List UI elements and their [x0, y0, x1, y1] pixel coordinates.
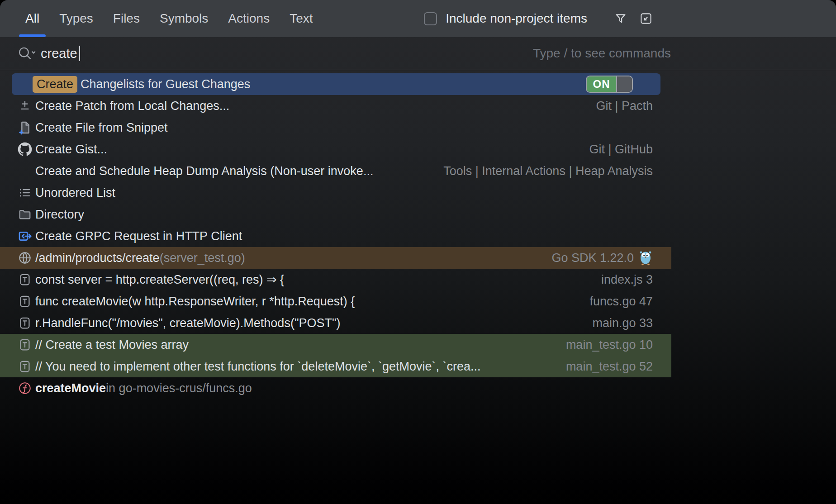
result-text: const server = http.createServer((req, r…: [35, 272, 284, 287]
text-icon: [17, 315, 33, 331]
include-non-project-label: Include non-project items: [446, 11, 587, 26]
toggle-knob: [616, 76, 632, 92]
text-caret: [79, 46, 80, 61]
grpc-icon: [17, 228, 33, 244]
result-location-text: main.go 33: [592, 316, 653, 330]
result-location: main.go 33: [592, 316, 653, 330]
result-text: Create and Schedule Heap Dump Analysis (…: [35, 164, 373, 178]
text-icon: [17, 272, 33, 287]
folder-icon: [17, 207, 33, 222]
file-plus-icon: [17, 120, 33, 135]
result-location: Go SDK 1.22.0: [551, 250, 653, 266]
tab-actions[interactable]: Actions: [228, 0, 270, 37]
search-icon: [17, 46, 36, 61]
globe-icon: [17, 250, 33, 266]
search-query: create: [41, 46, 77, 61]
header-controls: Include non-project items: [424, 11, 836, 26]
result-row[interactable]: Create Patch from Local Changes...Git | …: [0, 95, 671, 117]
result-row[interactable]: // Create a test Movies arraymain_test.g…: [0, 334, 671, 356]
toggle-on-label: ON: [587, 76, 616, 92]
tab-files[interactable]: Files: [113, 0, 140, 37]
result-row[interactable]: Create File from Snippet: [0, 117, 671, 138]
result-row[interactable]: Create Gist...Git | GitHub: [0, 138, 671, 160]
result-text: Unordered List: [35, 186, 115, 200]
result-text: Directory: [35, 208, 84, 222]
result-text: // You need to implement other test func…: [35, 360, 481, 374]
result-row[interactable]: CreateChangelists for Guest ChangesON: [12, 73, 660, 95]
result-location-text: Tools | Internal Actions | Heap Analysis: [443, 164, 653, 178]
result-text: /admin/products/create: [35, 251, 160, 265]
result-location-text: main_test.go 10: [566, 338, 653, 352]
result-text: Create File from Snippet: [35, 121, 168, 135]
function-icon: [17, 380, 33, 396]
search-row: create Type / to see commands: [0, 37, 836, 70]
results-list: CreateChangelists for Guest ChangesONCre…: [0, 70, 836, 399]
result-row[interactable]: Create and Schedule Heap Dump Analysis (…: [0, 160, 671, 182]
result-location-text: funcs.go 47: [589, 295, 653, 309]
result-text: // Create a test Movies array: [35, 338, 189, 352]
result-row[interactable]: func createMovie(w http.ResponseWriter, …: [0, 290, 671, 312]
result-location-text: main_test.go 52: [566, 360, 653, 374]
gopher-icon: [638, 250, 653, 266]
result-location: Git | GitHub: [589, 143, 653, 157]
result-row[interactable]: Create GRPC Request in HTTP Client: [0, 225, 671, 247]
result-row[interactable]: /admin/products/create (server_test.go)G…: [0, 247, 671, 269]
on-off-toggle[interactable]: ON: [586, 76, 633, 93]
text-icon: [17, 294, 33, 309]
result-row[interactable]: createMovie in go-movies-crus/funcs.go: [0, 377, 671, 399]
tab-text[interactable]: Text: [290, 0, 313, 37]
result-row[interactable]: Unordered List: [0, 182, 671, 204]
result-location-text: Git | GitHub: [589, 143, 653, 157]
result-location-text: Go SDK 1.22.0: [551, 251, 634, 265]
tab-bar: AllTypesFilesSymbolsActionsText Include …: [0, 0, 836, 37]
result-location: Tools | Internal Actions | Heap Analysis: [443, 164, 653, 178]
tabs-container: AllTypesFilesSymbolsActionsText: [25, 0, 333, 37]
search-input[interactable]: create: [41, 46, 80, 61]
tab-symbols[interactable]: Symbols: [160, 0, 208, 37]
match-highlight: Create: [33, 76, 77, 93]
text-icon: [17, 337, 33, 352]
result-text: func createMovie(w http.ResponseWriter, …: [35, 295, 355, 309]
search-hint: Type / to see commands: [533, 46, 836, 61]
result-location-text: Git | Pacth: [596, 99, 653, 113]
text-icon: [17, 359, 33, 374]
tab-types[interactable]: Types: [59, 0, 93, 37]
result-location: main_test.go 52: [566, 360, 653, 374]
result-text: createMovie: [35, 381, 106, 395]
result-row[interactable]: // You need to implement other test func…: [0, 356, 671, 377]
result-location-text: index.js 3: [601, 273, 653, 287]
patch-icon: [17, 98, 33, 114]
result-row[interactable]: Directory: [0, 204, 671, 225]
include-non-project-checkbox[interactable]: [424, 12, 437, 25]
result-text: r.HandleFunc("/movies", createMovie).Met…: [35, 316, 341, 330]
result-location: main_test.go 10: [566, 338, 653, 352]
result-text: Changelists for Guest Changes: [81, 77, 250, 91]
github-icon: [17, 142, 33, 157]
result-location: index.js 3: [601, 273, 653, 287]
open-in-find-window-icon[interactable]: [639, 11, 653, 26]
result-text: Create GRPC Request in HTTP Client: [35, 229, 242, 243]
tab-all[interactable]: All: [25, 0, 39, 37]
result-row[interactable]: const server = http.createServer((req, r…: [0, 269, 671, 290]
result-text: in go-movies-crus/funcs.go: [106, 381, 252, 395]
result-text: (server_test.go): [160, 251, 245, 265]
filter-icon[interactable]: [613, 11, 628, 26]
unordered-list-icon: [17, 185, 33, 200]
result-location: Git | Pacth: [596, 99, 653, 113]
search-everywhere-dialog: AllTypesFilesSymbolsActionsText Include …: [0, 0, 836, 504]
result-text: Create Patch from Local Changes...: [35, 99, 229, 113]
result-row[interactable]: r.HandleFunc("/movies", createMovie).Met…: [0, 312, 671, 334]
result-location: funcs.go 47: [589, 295, 653, 309]
result-text: Create Gist...: [35, 143, 107, 157]
